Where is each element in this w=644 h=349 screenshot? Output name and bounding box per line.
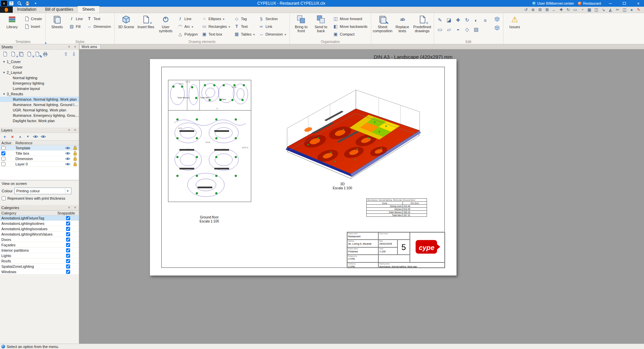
move-backwards-button[interactable]: Move backwards [331, 23, 369, 30]
tree-expand-icon[interactable] [3, 93, 7, 96]
sheet-tree-item[interactable]: Luminaire layout [0, 86, 79, 91]
category-row[interactable]: Interior partitions [0, 248, 79, 253]
sheet-tree-item[interactable]: UGR. Normal lighting. Work plan [0, 107, 79, 113]
category-row[interactable]: AnnotationLightingWorstValues [0, 232, 79, 237]
quick-access-dropdown-icon[interactable] [32, 1, 39, 6]
category-row[interactable]: SpatialZoneLighting [0, 264, 79, 269]
categories-panel-collapse-icon[interactable]: ˅ [67, 206, 71, 210]
sheets-panel-close-icon[interactable]: × [73, 45, 77, 49]
hatch-icon[interactable]: ▨ [472, 26, 480, 34]
sheets-panel-collapse-icon[interactable]: ˅ [67, 45, 71, 49]
grid-icon[interactable]: ▦ [586, 7, 593, 12]
dimension-button[interactable]: Dimension [257, 31, 287, 38]
snappable-checkbox[interactable] [66, 270, 70, 274]
layer-row[interactable]: Layer 0 [0, 161, 79, 167]
colour-select[interactable]: Printing colour [14, 188, 71, 194]
insert-template-button[interactable]: Insert [22, 23, 43, 30]
sheet-tree-item[interactable]: Illuminance. Normal lighting. Ground le.… [0, 102, 79, 107]
category-row[interactable]: Façades [0, 242, 79, 248]
copy-sheet-button[interactable] [17, 51, 25, 57]
sheet-tree-item[interactable]: Cover [0, 64, 79, 70]
text-style-button[interactable]: Text [85, 15, 112, 22]
polyline-edit-icon[interactable]: ▱ [445, 26, 453, 34]
add-layer-button[interactable]: + [1, 134, 8, 140]
category-row[interactable]: Doors [0, 237, 79, 242]
erase-icon[interactable]: ▭ [436, 26, 444, 34]
category-row[interactable]: Windows [0, 269, 79, 275]
delete-layer-button[interactable]: × [9, 134, 16, 140]
cype-logo[interactable] [0, 6, 13, 13]
show-all-layers-button[interactable] [32, 134, 39, 140]
tag-button[interactable]: Tag [232, 15, 256, 22]
bimserver-user[interactable]: User BIMserver.center [532, 1, 574, 5]
categories-panel-close-icon[interactable]: × [73, 206, 77, 210]
add-sheet-button[interactable] [9, 51, 17, 57]
link-button[interactable]: Link [257, 23, 287, 30]
vertex-icon[interactable]: ◇ [463, 26, 471, 34]
layer-row[interactable]: Title box [0, 151, 79, 156]
sheet-tree-item[interactable]: Daylight factor. Work plan [0, 118, 79, 123]
ellipses-button[interactable]: Ellipses [200, 15, 232, 22]
sheet-tree-item[interactable]: 3_Results [0, 91, 79, 97]
zoom-window-icon[interactable]: ⊞ [537, 7, 543, 12]
app-menu-icon[interactable] [1, 1, 7, 6]
isolate-layer-button[interactable] [40, 134, 47, 140]
3d-scene-button[interactable]: 3D Scene [117, 14, 136, 30]
print-thickness-checkbox[interactable] [2, 196, 6, 200]
layer-visibility-icon[interactable] [64, 162, 71, 166]
snappable-checkbox[interactable] [66, 264, 70, 268]
layer-row[interactable]: Dimension [0, 156, 79, 161]
properties-icon[interactable]: ≡ [481, 16, 489, 24]
tree-expand-icon[interactable] [3, 71, 7, 74]
text-button[interactable]: Text [232, 23, 256, 30]
3d-view-drawing[interactable] [268, 76, 426, 183]
tab-bill-of-quantities[interactable]: Bill of quantities [41, 6, 77, 13]
cut-icon[interactable]: ✂ [614, 7, 621, 12]
compact-button[interactable]: Compact [331, 31, 369, 38]
floor-plan-drawing[interactable]: Toilet WomenToilet MenKitchen504.04909.6… [167, 79, 252, 203]
redraw-icon[interactable]: ↻ [565, 7, 572, 12]
snappable-checkbox[interactable] [66, 227, 70, 231]
polygon-button[interactable]: Polygon [176, 31, 199, 38]
layer-visibility-icon[interactable] [64, 151, 71, 156]
close-button[interactable]: × [633, 0, 643, 7]
sheet-composition-button[interactable]: Sheet composition [373, 14, 392, 34]
line-button[interactable]: Line [176, 15, 199, 22]
section-button[interactable]: Section [257, 15, 287, 22]
category-row[interactable]: AnnotationLightingIsovalues [0, 226, 79, 232]
category-row[interactable]: AnnotationLightFixtureTag [0, 215, 79, 221]
snappable-checkbox[interactable] [66, 221, 70, 226]
textbox-button[interactable]: Text box [200, 31, 232, 38]
sheet-tree-item[interactable]: Illuminance. Emergency lighting. Groun..… [0, 113, 79, 118]
move-sheet-down-button[interactable]: ⇩ [70, 51, 77, 57]
sheet-tree-item[interactable]: Illuminance. Normal lighting. Work plan [0, 97, 79, 102]
layer-lock-icon[interactable] [71, 146, 79, 150]
snappable-checkbox[interactable] [66, 259, 70, 263]
category-row[interactable]: Lights [0, 253, 79, 258]
tables-button[interactable]: Tables [232, 31, 256, 38]
annotate-pen-icon[interactable]: ✎ [635, 7, 642, 12]
windows-layout-icon[interactable]: ◫ [621, 7, 628, 12]
dimension-style-button[interactable]: Dimension [85, 23, 112, 30]
pan-icon[interactable]: ✚ [558, 7, 565, 12]
delete-sheet-button[interactable]: × [25, 51, 33, 57]
rotate-icon[interactable]: ↻ [463, 16, 471, 24]
snappable-checkbox[interactable] [66, 254, 70, 258]
layer-visibility-icon[interactable] [64, 156, 71, 161]
print-icon[interactable] [24, 1, 31, 6]
copy-view-icon[interactable]: ◫ [593, 7, 600, 12]
layers-panel-close-icon[interactable]: × [73, 128, 77, 132]
sheets-style-button[interactable]: Sheets [48, 14, 66, 30]
new-sheet-button[interactable] [1, 51, 9, 57]
comment-icon[interactable]: ◭ [607, 7, 614, 12]
line-style-button[interactable]: Line [67, 15, 84, 22]
predefined-drawings-button[interactable]: Predefined drawings [413, 14, 432, 34]
bring-to-front-button[interactable]: Bring to front [292, 14, 311, 34]
snappable-checkbox[interactable] [66, 238, 70, 242]
trim-icon[interactable]: ◓ [454, 26, 462, 34]
move-layer-up-button[interactable]: ▲ [17, 134, 23, 140]
drawing-canvas[interactable]: DIN A3 - Landscape (420x297) mm [79, 49, 644, 344]
pencil-edit-icon[interactable]: ✎ [436, 16, 444, 24]
sheet-tree-item[interactable]: 2_Layout [0, 70, 79, 75]
undo-view-icon[interactable]: ↺ [523, 7, 529, 12]
